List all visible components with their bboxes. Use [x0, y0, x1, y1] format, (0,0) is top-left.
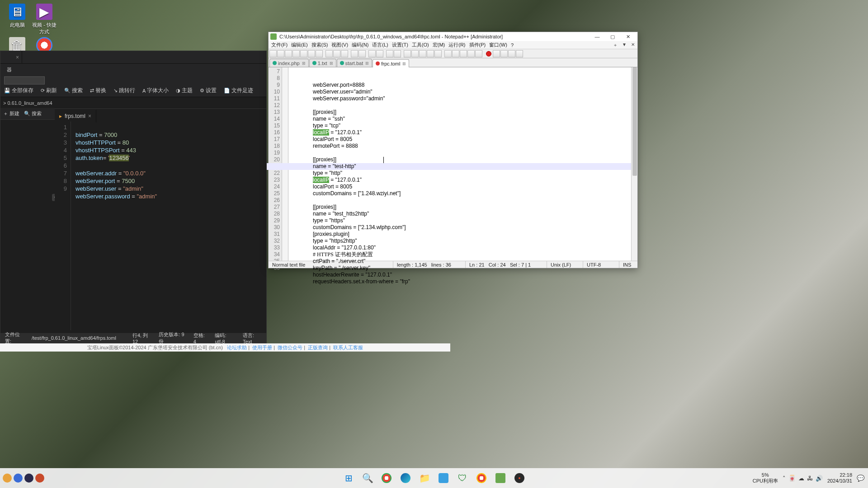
tb-outdent-icon[interactable]: [434, 50, 442, 57]
bt-dropdown[interactable]: [4, 76, 45, 84]
menu-dropdown-icon[interactable]: ▼: [620, 42, 628, 48]
theme-button[interactable]: ◑主题: [176, 87, 193, 94]
tab-close-icon[interactable]: ⊠: [365, 61, 369, 66]
tray-clock[interactable]: 22:18 2024/10/31: [827, 472, 852, 484]
search-button[interactable]: 🔍搜索: [64, 87, 83, 94]
tb-save-icon[interactable]: [285, 50, 292, 57]
tb-cut-icon[interactable]: [326, 50, 333, 57]
bt-file-tab-frps[interactable]: ▸ frps.toml ×: [55, 110, 96, 122]
bt-browser-tab[interactable]: ×: [0, 51, 22, 63]
bt-code-editor[interactable]: 123456789 bindPort = 7000 vhostHTTPPort …: [55, 122, 266, 330]
new-button[interactable]: ＋ 新建: [3, 110, 19, 117]
bt-link-forum[interactable]: 论坛求助: [227, 345, 247, 350]
npp-code-editor[interactable]: 7891011121314151617181920212223242526272…: [269, 67, 637, 261]
menu-tools[interactable]: 工具(O): [410, 42, 431, 48]
bt-link-genuine[interactable]: 正版查询: [308, 345, 328, 350]
tb-closeall-icon[interactable]: [308, 50, 315, 57]
taskbar-app2[interactable]: ●: [511, 470, 528, 486]
refresh-button[interactable]: ⟳刷新: [41, 87, 57, 94]
menu-language[interactable]: 语言(L): [370, 42, 390, 48]
menu-edit[interactable]: 编辑(E): [289, 42, 310, 48]
bt-link-support[interactable]: 联系人工客服: [333, 345, 363, 350]
tb-undo-icon[interactable]: [351, 50, 358, 57]
tb-folder-icon[interactable]: [444, 50, 452, 57]
footprint-button[interactable]: 📄文件足迹: [224, 87, 253, 94]
menu-help[interactable]: ?: [509, 42, 515, 48]
menu-window[interactable]: 窗口(W): [487, 42, 509, 48]
tb-monitor-icon[interactable]: [475, 50, 482, 57]
tb-open-icon[interactable]: [277, 50, 284, 57]
tb-wrap-icon[interactable]: [411, 50, 419, 57]
tb-allchars-icon[interactable]: [419, 50, 426, 57]
menu-settings[interactable]: 设置(T): [390, 42, 410, 48]
search-button[interactable]: 🔍: [359, 470, 376, 486]
tab-close-icon[interactable]: ⊠: [302, 61, 306, 66]
taskbar-explorer[interactable]: 📁: [416, 470, 433, 486]
close-icon[interactable]: ×: [88, 113, 91, 119]
tb-sync-icon[interactable]: [404, 50, 411, 57]
taskbar-chrome[interactable]: [378, 470, 395, 486]
tab-close-icon[interactable]: ⊠: [402, 61, 406, 66]
tb-zoomout-icon[interactable]: [394, 50, 401, 57]
tray-chevron-icon[interactable]: ˄: [783, 475, 786, 482]
desktop-icon-video-shortcut[interactable]: ▶ 视频 - 快捷方式: [31, 4, 58, 35]
tb-indent-icon[interactable]: [427, 50, 434, 57]
search-button[interactable]: 🔍 搜索: [24, 110, 42, 117]
menu-view[interactable]: 视图(V): [330, 42, 350, 48]
menu-plus-icon[interactable]: ＋: [611, 42, 619, 48]
npp-tab-start-bat[interactable]: start.bat⊠: [337, 59, 373, 67]
save-all-button[interactable]: 💾全部保存: [4, 87, 33, 94]
npp-tab-1-txt[interactable]: 1.txt⊠: [309, 59, 336, 67]
desktop-icon-this-pc[interactable]: 🖥 此电脑: [4, 4, 31, 28]
maximize-button[interactable]: ▢: [605, 33, 620, 41]
tb-play-icon[interactable]: [500, 50, 508, 57]
bt-link-manual[interactable]: 使用手册: [252, 345, 272, 350]
menu-plugins[interactable]: 插件(P): [467, 42, 488, 48]
menu-close-icon[interactable]: ✕: [629, 42, 637, 48]
tb-find-icon[interactable]: [368, 50, 376, 57]
close-button[interactable]: ✕: [620, 33, 636, 41]
bt-breadcrumb[interactable]: > 0.61.0_linux_amd64: [0, 97, 266, 109]
npp-tab-index-php[interactable]: index.php⊠: [269, 59, 309, 67]
tb-paste-icon[interactable]: [341, 50, 348, 57]
tab-close-icon[interactable]: ⊠: [330, 61, 333, 66]
tb-stop-icon[interactable]: [493, 50, 500, 57]
tray-notifications-icon[interactable]: 💬: [857, 474, 864, 482]
taskbar-security[interactable]: 🛡: [454, 470, 471, 486]
taskbar-chrome2[interactable]: [473, 470, 490, 486]
tb-close-icon[interactable]: [300, 50, 307, 57]
tb-replace-icon[interactable]: [376, 50, 383, 57]
tray-network-icon[interactable]: 🖧: [807, 475, 813, 482]
bt-link-wechat[interactable]: 微信公众号: [278, 345, 302, 350]
goto-line-button[interactable]: ↘跳转行: [113, 87, 135, 94]
menu-run[interactable]: 运行(R): [447, 42, 467, 48]
tb-record-icon[interactable]: [486, 51, 491, 56]
tray-volume-icon[interactable]: 🔊: [816, 475, 823, 482]
tb-doclist-icon[interactable]: [467, 50, 475, 57]
menu-macro[interactable]: 宏(M): [431, 42, 447, 48]
menu-encoding[interactable]: 编码(N): [350, 42, 370, 48]
replace-button[interactable]: ⇄替换: [90, 87, 106, 94]
tb-savemacro-icon[interactable]: [516, 50, 523, 57]
menu-file[interactable]: 文件(F): [269, 42, 289, 48]
taskbar-widgets[interactable]: [3, 474, 44, 483]
tb-docmap-icon[interactable]: [460, 50, 467, 57]
taskbar-edge[interactable]: [397, 470, 414, 486]
taskbar-notepadpp[interactable]: [492, 470, 509, 486]
taskbar-app1[interactable]: [435, 470, 452, 486]
tb-zoomin-icon[interactable]: [386, 50, 393, 57]
tb-saveall-icon[interactable]: [292, 50, 300, 57]
tb-redo-icon[interactable]: [359, 50, 366, 57]
tb-new-icon[interactable]: [269, 50, 277, 57]
tray-ime-icon[interactable]: 🀄: [788, 475, 796, 482]
menu-search[interactable]: 搜索(S): [310, 42, 330, 48]
npp-tab-frpc-toml[interactable]: frpc.toml⊠: [373, 59, 409, 67]
start-button[interactable]: ⊞: [340, 470, 357, 486]
tb-playmulti-icon[interactable]: [508, 50, 515, 57]
tray-cloud-icon[interactable]: ☁: [798, 475, 804, 482]
tb-print-icon[interactable]: [316, 50, 323, 57]
minimize-button[interactable]: —: [590, 33, 605, 41]
tray-cpu[interactable]: 5% CPU利用率: [753, 472, 778, 484]
settings-button[interactable]: ⚙设置: [200, 87, 217, 94]
npp-title-bar[interactable]: C:\Users\Administrator\Desktop\frp\frp_0…: [269, 32, 637, 41]
